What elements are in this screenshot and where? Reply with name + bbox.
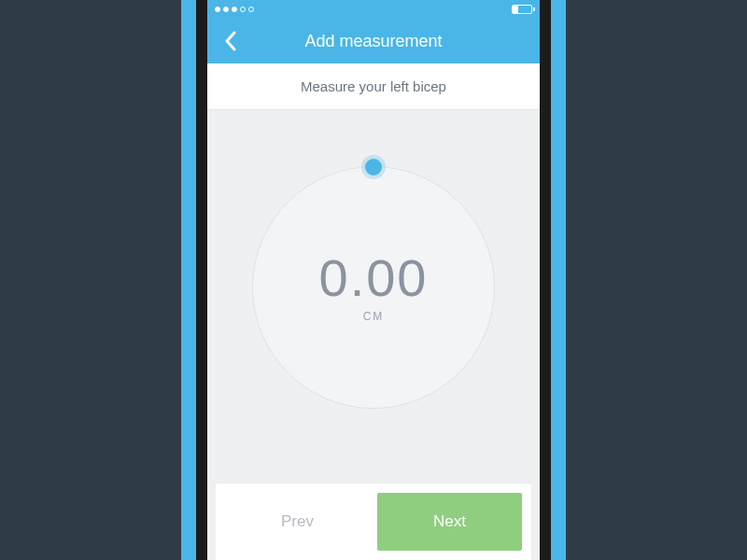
measurement-dial[interactable]: 0.00 CM: [252, 166, 495, 409]
measurement-value: 0.00: [319, 252, 429, 304]
screen: Add measurement Measure your left bicep …: [207, 0, 540, 560]
nav-bar: Add measurement: [207, 19, 540, 63]
dial-area: 0.00 CM: [207, 110, 540, 465]
status-bar: [207, 0, 540, 19]
chevron-left-icon: [224, 31, 237, 51]
back-button[interactable]: [217, 27, 245, 55]
next-button[interactable]: Next: [377, 493, 522, 551]
prev-button[interactable]: Prev: [225, 493, 370, 551]
measurement-unit: CM: [363, 310, 385, 323]
device-frame: Add measurement Measure your left bicep …: [196, 0, 551, 560]
battery-icon: [512, 5, 532, 14]
device-outer: Add measurement Measure your left bicep …: [181, 0, 566, 560]
button-bar: Prev Next: [216, 483, 531, 560]
dial-knob[interactable]: [365, 159, 382, 175]
signal-dots-icon: [215, 7, 254, 12]
instruction-text: Measure your left bicep: [207, 63, 540, 110]
page-title: Add measurement: [304, 32, 442, 51]
